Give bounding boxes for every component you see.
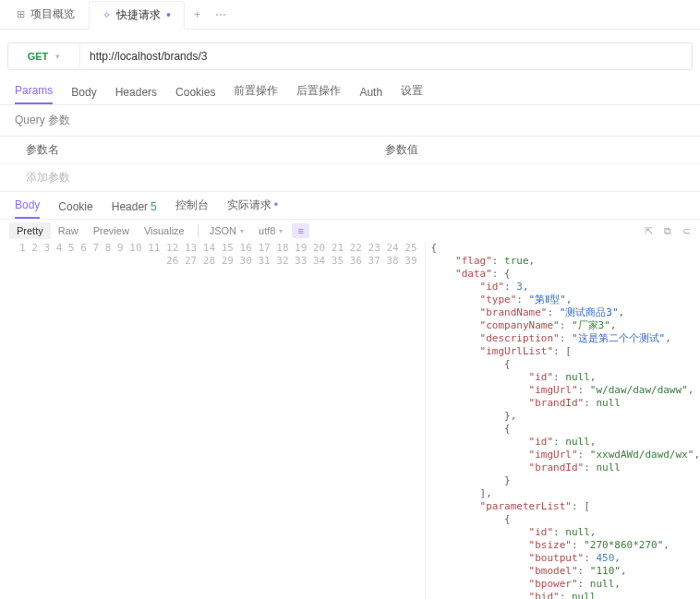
top-tab-bar: ⊞ 项目概览 ✧ 快捷请求 • + ⋯ [0, 0, 700, 30]
tab-quick-request[interactable]: ✧ 快捷请求 • [89, 1, 185, 30]
request-config-tabs: ParamsBodyHeadersCookies前置操作后置操作Auth设置 [0, 79, 700, 105]
json-body[interactable]: { "flag": true, "data": { "id": 3, "type… [426, 242, 700, 599]
unsaved-dot-icon: • [166, 8, 171, 21]
url-input[interactable]: http://localhost/brands/3 [80, 43, 692, 69]
dot-icon: • [274, 198, 278, 211]
view-mode-raw[interactable]: Raw [51, 222, 86, 239]
tab-project-overview[interactable]: ⊞ 项目概览 [4, 0, 89, 29]
resp-tab-body[interactable]: Body [15, 198, 40, 219]
more-tabs-icon[interactable]: ⋯ [215, 8, 226, 21]
req-tab-cookies[interactable]: Cookies [175, 86, 215, 104]
req-tab-body[interactable]: Body [71, 86, 96, 104]
add-param-row[interactable]: 添加参数 [0, 164, 700, 192]
req-tab-后置操作[interactable]: 后置操作 [296, 83, 341, 104]
column-param-name: 参数名 [0, 142, 385, 158]
http-method-select[interactable]: GET ▾ [8, 43, 80, 69]
filter-icon[interactable]: ≡ [292, 223, 308, 238]
response-toolbar: PrettyRawPreviewVisualize JSON ▾ utf8 ▾ … [0, 220, 700, 242]
req-tab-auth[interactable]: Auth [359, 86, 382, 104]
toolbar-separator [198, 224, 199, 237]
response-json-viewer: 1 2 3 4 5 6 7 8 9 10 11 12 13 14 15 16 1… [0, 242, 700, 599]
sparkle-icon: ✧ [103, 9, 111, 21]
chevron-down-icon: ▾ [55, 52, 60, 61]
line-gutter: 1 2 3 4 5 6 7 8 9 10 11 12 13 14 15 16 1… [2, 242, 426, 599]
chevron-down-icon: ▾ [279, 227, 283, 235]
column-param-value: 参数值 [385, 142, 700, 158]
format-select[interactable]: JSON ▾ [204, 225, 249, 236]
resp-tab-实际请求[interactable]: 实际请求• [227, 198, 278, 219]
view-mode-pretty[interactable]: Pretty [9, 222, 51, 239]
tab-label: 项目概览 [30, 6, 75, 22]
format-label: JSON [210, 225, 236, 236]
response-tabs: BodyCookieHeader5控制台实际请求• [0, 192, 700, 220]
encoding-label: utf8 [259, 225, 275, 236]
chevron-down-icon: ▾ [240, 227, 244, 235]
req-tab-headers[interactable]: Headers [115, 86, 157, 104]
encoding-select[interactable]: utf8 ▾ [253, 225, 288, 236]
view-mode-visualize[interactable]: Visualize [137, 222, 192, 239]
resp-tab-cookie[interactable]: Cookie [58, 200, 92, 219]
query-section-title: Query 参数 [0, 105, 700, 136]
badge: 5 [151, 200, 157, 213]
url-text: http://localhost/brands/3 [90, 50, 207, 63]
method-label: GET [28, 51, 49, 62]
resp-tab-控制台[interactable]: 控制台 [175, 198, 209, 219]
request-bar: GET ▾ http://localhost/brands/3 [7, 42, 693, 70]
copy-icon[interactable]: ⧉ [664, 225, 671, 237]
query-header-row: 参数名 参数值 [0, 136, 700, 164]
resp-tab-header[interactable]: Header5 [112, 200, 157, 219]
req-tab-设置[interactable]: 设置 [401, 83, 423, 104]
fullscreen-icon[interactable]: ⇱ [645, 225, 653, 237]
view-mode-preview[interactable]: Preview [86, 222, 137, 239]
grid-icon: ⊞ [17, 8, 25, 20]
tab-label: 快捷请求 [116, 7, 161, 23]
req-tab-params[interactable]: Params [15, 84, 53, 104]
add-tab-icon[interactable]: + [194, 8, 200, 21]
req-tab-前置操作[interactable]: 前置操作 [234, 83, 278, 104]
collapse-icon[interactable]: ⊂ [682, 225, 691, 237]
